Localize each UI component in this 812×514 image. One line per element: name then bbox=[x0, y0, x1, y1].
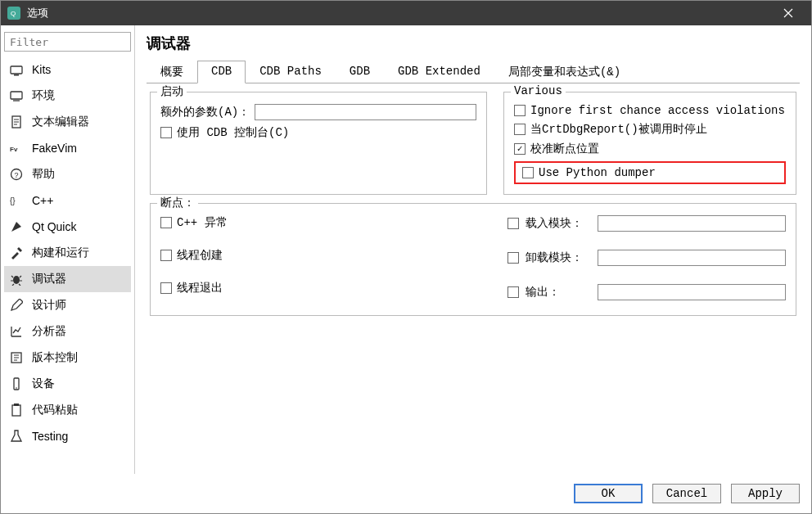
sidebar-item-help[interactable]: ? 帮助 bbox=[4, 161, 131, 187]
sidebar-item-label: C++ bbox=[32, 194, 53, 207]
sidebar-item-label: Kits bbox=[32, 63, 51, 76]
correct-bp-checkbox[interactable] bbox=[514, 143, 526, 155]
ignore-first-label: Ignore first chance access violations bbox=[530, 104, 785, 117]
various-group: Various Ignore first chance access viola… bbox=[503, 92, 796, 195]
sidebar-item-label: 分析器 bbox=[32, 324, 66, 339]
sidebar-item-kits[interactable]: Kits bbox=[4, 56, 131, 83]
sidebar-item-env[interactable]: 环境 bbox=[4, 83, 131, 109]
sidebar-item-label: Testing bbox=[32, 430, 68, 443]
main-panel: 调试器 概要 CDB CDB Paths GDB GDB Extended 局部… bbox=[135, 25, 811, 474]
monitor-icon bbox=[9, 88, 24, 103]
breakpoints-legend: 断点： bbox=[157, 196, 198, 210]
dialog-footer: OK Cancel Apply bbox=[1, 474, 811, 513]
app-icon: Q bbox=[7, 7, 20, 20]
kits-icon bbox=[9, 62, 24, 77]
category-list: Kits 环境 文本编辑器 Fv FakeVim ? 帮助 bbox=[4, 56, 131, 467]
extra-args-input[interactable] bbox=[255, 104, 476, 120]
qtquick-icon bbox=[9, 219, 24, 234]
svg-rect-2 bbox=[11, 66, 22, 74]
tab-locals[interactable]: 局部变量和表达式(&) bbox=[494, 61, 634, 83]
sidebar-item-analyzer[interactable]: 分析器 bbox=[4, 318, 131, 345]
flask-icon bbox=[9, 429, 24, 444]
sidebar-item-testing[interactable]: Testing bbox=[4, 423, 131, 449]
svg-point-13 bbox=[16, 387, 17, 389]
sidebar-item-label: 构建和运行 bbox=[32, 246, 89, 260]
svg-rect-15 bbox=[14, 404, 19, 406]
tab-cdb[interactable]: CDB bbox=[197, 61, 246, 83]
various-legend: Various bbox=[511, 84, 566, 97]
sidebar-item-texteditor[interactable]: 文本编辑器 bbox=[4, 109, 131, 135]
sidebar-item-qtquick[interactable]: Qt Quick bbox=[4, 214, 131, 240]
sidebar-item-paste[interactable]: 代码粘贴 bbox=[4, 397, 131, 423]
sidebar-item-label: 版本控制 bbox=[32, 350, 78, 365]
ok-button[interactable]: OK bbox=[574, 484, 643, 503]
tab-cdbpaths[interactable]: CDB Paths bbox=[246, 61, 336, 83]
thread-exit-checkbox[interactable] bbox=[160, 282, 172, 294]
thread-create-label: 线程创建 bbox=[177, 248, 223, 263]
cancel-button[interactable]: Cancel bbox=[652, 484, 721, 503]
sidebar-item-devices[interactable]: 设备 bbox=[4, 371, 131, 397]
device-icon bbox=[9, 376, 24, 391]
load-module-input[interactable] bbox=[598, 215, 786, 232]
options-dialog: Q 选项 Kits 环境 文本编辑器 bbox=[0, 0, 812, 514]
tab-summary[interactable]: 概要 bbox=[147, 61, 197, 83]
svg-rect-4 bbox=[11, 92, 22, 99]
page-title: 调试器 bbox=[147, 34, 800, 53]
svg-text:?: ? bbox=[15, 171, 19, 179]
sidebar-item-designer[interactable]: 设计师 bbox=[4, 292, 131, 318]
svg-point-10 bbox=[13, 276, 20, 284]
tab-gdbext[interactable]: GDB Extended bbox=[384, 61, 494, 83]
close-button[interactable] bbox=[772, 1, 805, 25]
sidebar-item-label: Qt Quick bbox=[32, 220, 76, 233]
svg-rect-14 bbox=[12, 405, 20, 416]
breakpoints-group: 断点： C++ 异常 线程创建 bbox=[150, 203, 796, 316]
cpp-icon: {} bbox=[9, 193, 24, 208]
extra-args-label: 额外的参数(A)： bbox=[160, 105, 250, 119]
sidebar-item-label: 环境 bbox=[32, 88, 55, 103]
use-console-checkbox[interactable] bbox=[160, 127, 172, 138]
help-icon: ? bbox=[9, 167, 24, 182]
sidebar-item-label: 帮助 bbox=[32, 167, 55, 182]
chart-icon bbox=[9, 324, 24, 339]
output-input[interactable] bbox=[598, 284, 786, 300]
sidebar-item-vcs[interactable]: 版本控制 bbox=[4, 345, 131, 371]
pencil-icon bbox=[9, 298, 24, 313]
ignore-first-checkbox[interactable] bbox=[514, 105, 526, 116]
sidebar-item-label: 文本编辑器 bbox=[32, 115, 89, 129]
sidebar-item-label: 设备 bbox=[32, 376, 55, 391]
svg-text:{}: {} bbox=[10, 196, 16, 205]
window-title: 选项 bbox=[27, 6, 772, 20]
dialog-body: Kits 环境 文本编辑器 Fv FakeVim ? 帮助 bbox=[1, 25, 811, 474]
output-label: 输出： bbox=[526, 285, 591, 300]
apply-button[interactable]: Apply bbox=[731, 484, 800, 503]
sidebar-item-label: 代码粘贴 bbox=[32, 403, 78, 417]
startup-legend: 启动 bbox=[157, 84, 187, 99]
bug-icon bbox=[9, 272, 24, 286]
tab-gdb[interactable]: GDB bbox=[336, 61, 384, 83]
cpp-ex-checkbox[interactable] bbox=[160, 217, 172, 228]
load-module-checkbox[interactable] bbox=[508, 218, 519, 229]
thread-exit-label: 线程退出 bbox=[177, 281, 223, 295]
output-checkbox[interactable] bbox=[508, 286, 519, 298]
crtdbg-checkbox[interactable] bbox=[514, 124, 526, 135]
load-module-label: 载入模块： bbox=[526, 216, 591, 231]
unload-module-checkbox[interactable] bbox=[508, 252, 519, 264]
fakevim-icon: Fv bbox=[9, 141, 24, 156]
vcs-icon bbox=[9, 350, 24, 365]
python-dumper-checkbox[interactable] bbox=[522, 167, 534, 178]
sidebar-item-label: FakeVim bbox=[32, 142, 77, 155]
sidebar-item-fakevim[interactable]: Fv FakeVim bbox=[4, 135, 131, 161]
thread-create-checkbox[interactable] bbox=[160, 250, 172, 261]
filter-input[interactable] bbox=[4, 32, 131, 52]
sidebar-item-build[interactable]: 构建和运行 bbox=[4, 240, 131, 266]
tab-content: 启动 额外的参数(A)： 使用 CDB 控制台(C) Various bbox=[147, 83, 800, 474]
sidebar-item-cpp[interactable]: {} C++ bbox=[4, 187, 131, 214]
sidebar-item-label: 调试器 bbox=[32, 272, 66, 286]
crtdbg-label: 当CrtDbgReport()被调用时停止 bbox=[530, 122, 707, 137]
svg-rect-3 bbox=[14, 74, 19, 76]
svg-text:Fv: Fv bbox=[10, 146, 18, 153]
correct-bp-label: 校准断点位置 bbox=[530, 142, 599, 156]
unload-module-input[interactable] bbox=[598, 250, 786, 266]
document-icon bbox=[9, 115, 24, 129]
sidebar-item-debugger[interactable]: 调试器 bbox=[4, 266, 131, 292]
